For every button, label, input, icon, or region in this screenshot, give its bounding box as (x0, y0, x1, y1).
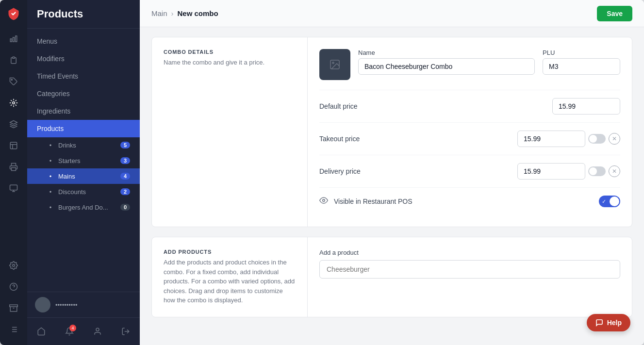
svg-rect-1 (13, 37, 15, 42)
svg-marker-6 (10, 121, 17, 125)
svg-rect-3 (13, 57, 15, 58)
combo-details-main: Name PLU Default price (307, 37, 632, 227)
svg-rect-14 (10, 305, 18, 307)
user-avatar (35, 297, 50, 312)
delivery-clear-btn[interactable]: ✕ (609, 165, 620, 177)
takeout-price-label: Takeout price (319, 135, 510, 143)
delivery-toggle[interactable] (588, 166, 606, 176)
default-price-input[interactable] (552, 98, 620, 115)
sidebar-subitem-mains[interactable]: • Mains 4 (27, 168, 140, 184)
name-plu-row: Name PLU (358, 49, 620, 75)
main-content: Main › New combo Save COMBO DETAILS Name… (140, 0, 644, 345)
delivery-price-input[interactable] (517, 163, 585, 180)
svg-rect-2 (16, 36, 17, 42)
breadcrumb-main-link[interactable]: Main (151, 9, 167, 17)
breadcrumb-separator: › (171, 9, 174, 17)
save-button[interactable]: Save (597, 6, 632, 21)
plu-field-group: PLU (543, 49, 620, 75)
sidebar-item-products[interactable]: Products (27, 120, 140, 137)
svg-point-4 (11, 79, 12, 80)
discounts-badge: 2 (120, 188, 130, 195)
combo-details-card: COMBO DETAILS Name the combo and give it… (151, 37, 632, 227)
combo-details-info: COMBO DETAILS Name the combo and give it… (152, 37, 307, 227)
add-products-desc: Add the products and product choices in … (164, 258, 296, 305)
nav-sidebar: Products Menus Modifiers Timed Events Ca… (27, 0, 140, 345)
burgers-icon: • (47, 203, 54, 211)
sidebar-item-timed-events[interactable]: Timed Events (27, 67, 140, 85)
delivery-price-row: Delivery price ✕ (319, 155, 620, 187)
nav-icon-monitor[interactable] (5, 180, 22, 197)
plu-input[interactable] (543, 58, 620, 75)
svg-point-12 (13, 264, 15, 267)
svg-point-22 (96, 328, 99, 331)
starters-badge: 3 (120, 157, 130, 164)
notification-badge: 4 (69, 325, 76, 331)
nav-icon-menu[interactable] (5, 51, 22, 69)
add-products-main: Add a product (307, 237, 632, 317)
sidebar-subitem-drinks[interactable]: • Drinks 5 (27, 137, 140, 153)
takeout-toggle[interactable] (588, 134, 606, 144)
nav-icon-archive[interactable] (5, 299, 22, 317)
eye-icon (319, 196, 328, 207)
nav-icon-printer[interactable] (5, 158, 22, 176)
sidebar-item-categories[interactable]: Categories (27, 85, 140, 102)
visible-label: Visible in Restaurant POS (334, 197, 593, 205)
sidebar-header: Products (27, 0, 140, 29)
help-label: Help (607, 319, 622, 327)
svg-point-5 (13, 102, 15, 104)
visible-toggle[interactable]: ✓ (599, 196, 620, 207)
drinks-badge: 5 (120, 142, 130, 148)
nav-icon-layers[interactable] (5, 115, 22, 133)
drinks-icon: • (47, 141, 54, 149)
content-area: COMBO DETAILS Name the combo and give it… (140, 27, 644, 345)
svg-rect-7 (10, 142, 17, 149)
takeout-price-input[interactable] (517, 131, 585, 147)
burgers-badge: 0 (120, 204, 130, 211)
discounts-icon: • (47, 188, 54, 196)
help-fab-button[interactable]: Help (587, 314, 630, 331)
breadcrumb: Main › New combo (151, 9, 218, 17)
nav-icon-tag[interactable] (5, 73, 22, 90)
nav-icon-chart[interactable] (5, 30, 22, 48)
sidebar-item-menus[interactable]: Menus (27, 33, 140, 50)
nav-icon-help[interactable] (5, 278, 22, 296)
user-profile-icon-btn[interactable] (89, 323, 106, 340)
nav-icon-products[interactable] (5, 94, 22, 112)
takeout-clear-btn[interactable]: ✕ (609, 133, 620, 145)
takeout-price-row: Takeout price ✕ (319, 122, 620, 155)
add-products-layout: ADD PRODUCTS Add the products and produc… (152, 237, 632, 317)
combo-details-title: COMBO DETAILS (164, 49, 296, 55)
combo-details-desc: Name the combo and give it a price. (164, 58, 296, 67)
svg-point-24 (332, 62, 334, 64)
add-product-label: Add a product (319, 249, 620, 256)
mains-badge: 4 (120, 173, 130, 180)
notification-icon-btn[interactable]: 4 (61, 323, 78, 340)
topbar: Main › New combo Save (140, 0, 644, 27)
product-search-input[interactable] (319, 260, 620, 279)
sidebar-subitem-burgers[interactable]: • Burgers And Do... 0 (27, 199, 140, 215)
sidebar-item-modifiers[interactable]: Modifiers (27, 50, 140, 67)
sidebar-subitem-starters[interactable]: • Starters 3 (27, 153, 140, 168)
default-price-label: Default price (319, 102, 545, 110)
sidebar-item-ingredients[interactable]: Ingredients (27, 102, 140, 120)
sidebar-footer-icons: 4 (27, 317, 140, 345)
nav-icon-list[interactable] (5, 321, 22, 338)
logout-icon-btn[interactable] (117, 323, 134, 340)
combo-details-layout: COMBO DETAILS Name the combo and give it… (152, 37, 632, 227)
delivery-price-label: Delivery price (319, 167, 510, 175)
visible-row: Visible in Restaurant POS ✓ (319, 187, 620, 215)
name-field-group: Name (358, 49, 535, 75)
svg-point-25 (323, 199, 325, 202)
name-label: Name (358, 49, 535, 56)
combo-image-thumb[interactable] (319, 49, 350, 80)
combo-name-input[interactable] (358, 58, 535, 75)
add-products-title: ADD PRODUCTS (164, 249, 296, 255)
sidebar-subitem-discounts[interactable]: • Discounts 2 (27, 184, 140, 199)
mains-icon: • (47, 172, 54, 180)
nav-icon-settings[interactable] (5, 257, 22, 274)
store-icon-btn[interactable] (33, 323, 50, 340)
delivery-price-controls: ✕ (517, 163, 620, 180)
nav-icon-clipboard[interactable] (5, 137, 22, 154)
svg-rect-8 (12, 168, 16, 171)
svg-rect-9 (10, 185, 17, 190)
